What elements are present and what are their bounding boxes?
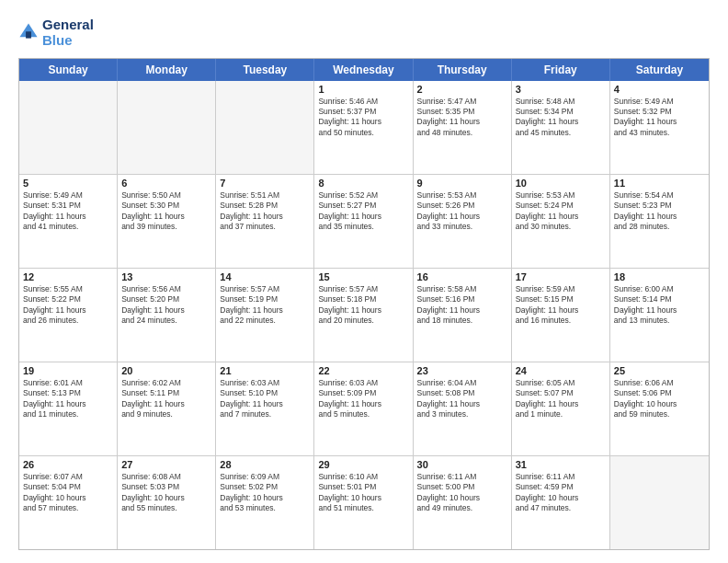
day-info: Sunrise: 6:10 AM Sunset: 5:01 PM Dayligh… [318, 472, 408, 514]
empty-cell [610, 456, 709, 549]
day-cell-29: 29Sunrise: 6:10 AM Sunset: 5:01 PM Dayli… [314, 456, 413, 549]
weekday-header-monday: Monday [118, 59, 216, 81]
day-number: 9 [417, 178, 507, 189]
day-cell-30: 30Sunrise: 6:11 AM Sunset: 5:00 PM Dayli… [414, 456, 512, 549]
day-cell-24: 24Sunrise: 6:05 AM Sunset: 5:07 PM Dayli… [512, 362, 610, 455]
day-cell-18: 18Sunrise: 6:00 AM Sunset: 5:14 PM Dayli… [610, 269, 709, 362]
day-number: 26 [23, 459, 113, 470]
day-number: 16 [417, 271, 507, 282]
day-info: Sunrise: 5:56 AM Sunset: 5:20 PM Dayligh… [121, 284, 211, 327]
day-number: 8 [318, 178, 408, 189]
svg-rect-1 [26, 32, 31, 39]
day-number: 2 [417, 84, 507, 95]
day-cell-28: 28Sunrise: 6:09 AM Sunset: 5:02 PM Dayli… [216, 456, 314, 549]
day-number: 22 [318, 365, 408, 376]
day-number: 15 [318, 271, 408, 282]
logo-text-line1: General [42, 17, 94, 32]
weekday-header-wednesday: Wednesday [314, 59, 413, 81]
day-cell-26: 26Sunrise: 6:07 AM Sunset: 5:04 PM Dayli… [19, 456, 118, 549]
day-cell-4: 4Sunrise: 5:49 AM Sunset: 5:32 PM Daylig… [610, 81, 709, 174]
day-number: 21 [220, 365, 310, 376]
day-info: Sunrise: 5:59 AM Sunset: 5:15 PM Dayligh… [516, 284, 606, 327]
day-info: Sunrise: 6:06 AM Sunset: 5:06 PM Dayligh… [614, 378, 705, 420]
day-info: Sunrise: 5:49 AM Sunset: 5:32 PM Dayligh… [614, 97, 705, 139]
day-info: Sunrise: 5:57 AM Sunset: 5:19 PM Dayligh… [220, 284, 310, 327]
day-info: Sunrise: 6:03 AM Sunset: 5:10 PM Dayligh… [220, 378, 310, 420]
day-number: 20 [121, 365, 211, 376]
day-cell-2: 2Sunrise: 5:47 AM Sunset: 5:35 PM Daylig… [414, 81, 512, 174]
day-number: 24 [516, 365, 606, 376]
calendar-row-1: 5Sunrise: 5:49 AM Sunset: 5:31 PM Daylig… [19, 174, 709, 268]
day-cell-27: 27Sunrise: 6:08 AM Sunset: 5:03 PM Dayli… [118, 456, 216, 549]
day-info: Sunrise: 6:02 AM Sunset: 5:11 PM Dayligh… [121, 378, 211, 420]
day-info: Sunrise: 5:58 AM Sunset: 5:16 PM Dayligh… [417, 284, 507, 327]
day-number: 23 [417, 365, 507, 376]
day-cell-6: 6Sunrise: 5:50 AM Sunset: 5:30 PM Daylig… [118, 175, 216, 268]
day-number: 1 [318, 84, 408, 95]
day-number: 3 [516, 84, 606, 95]
weekday-header-friday: Friday [512, 59, 610, 81]
day-info: Sunrise: 5:47 AM Sunset: 5:35 PM Dayligh… [417, 97, 507, 139]
day-number: 10 [516, 178, 606, 189]
day-number: 14 [220, 271, 310, 282]
day-cell-19: 19Sunrise: 6:01 AM Sunset: 5:13 PM Dayli… [19, 362, 118, 455]
day-cell-8: 8Sunrise: 5:52 AM Sunset: 5:27 PM Daylig… [314, 175, 413, 268]
day-cell-31: 31Sunrise: 6:11 AM Sunset: 4:59 PM Dayli… [512, 456, 610, 549]
day-number: 4 [614, 84, 705, 95]
day-cell-7: 7Sunrise: 5:51 AM Sunset: 5:28 PM Daylig… [216, 175, 314, 268]
day-cell-21: 21Sunrise: 6:03 AM Sunset: 5:10 PM Dayli… [216, 362, 314, 455]
day-info: Sunrise: 6:03 AM Sunset: 5:09 PM Dayligh… [318, 378, 408, 420]
day-number: 28 [220, 459, 310, 470]
day-info: Sunrise: 6:01 AM Sunset: 5:13 PM Dayligh… [23, 378, 113, 420]
day-number: 18 [614, 271, 705, 282]
day-cell-17: 17Sunrise: 5:59 AM Sunset: 5:15 PM Dayli… [512, 269, 610, 362]
day-cell-15: 15Sunrise: 5:57 AM Sunset: 5:18 PM Dayli… [314, 269, 413, 362]
day-number: 5 [23, 178, 113, 189]
day-info: Sunrise: 5:48 AM Sunset: 5:34 PM Dayligh… [516, 97, 606, 139]
calendar-grid: SundayMondayTuesdayWednesdayThursdayFrid… [18, 58, 710, 551]
day-info: Sunrise: 6:09 AM Sunset: 5:02 PM Dayligh… [220, 472, 310, 514]
day-cell-25: 25Sunrise: 6:06 AM Sunset: 5:06 PM Dayli… [610, 362, 709, 455]
day-cell-1: 1Sunrise: 5:46 AM Sunset: 5:37 PM Daylig… [314, 81, 413, 174]
day-info: Sunrise: 6:00 AM Sunset: 5:14 PM Dayligh… [614, 284, 705, 327]
day-info: Sunrise: 5:51 AM Sunset: 5:28 PM Dayligh… [220, 190, 310, 233]
day-cell-9: 9Sunrise: 5:53 AM Sunset: 5:26 PM Daylig… [414, 175, 512, 268]
day-info: Sunrise: 5:53 AM Sunset: 5:26 PM Dayligh… [417, 190, 507, 233]
day-number: 29 [318, 459, 408, 470]
calendar-row-2: 12Sunrise: 5:55 AM Sunset: 5:22 PM Dayli… [19, 268, 709, 362]
calendar-row-3: 19Sunrise: 6:01 AM Sunset: 5:13 PM Dayli… [19, 362, 709, 455]
calendar-header-row: SundayMondayTuesdayWednesdayThursdayFrid… [19, 59, 709, 81]
day-info: Sunrise: 5:57 AM Sunset: 5:18 PM Dayligh… [318, 284, 408, 327]
calendar-row-4: 26Sunrise: 6:07 AM Sunset: 5:04 PM Dayli… [19, 455, 709, 549]
day-info: Sunrise: 5:53 AM Sunset: 5:24 PM Dayligh… [516, 190, 606, 233]
day-number: 19 [23, 365, 113, 376]
day-info: Sunrise: 6:07 AM Sunset: 5:04 PM Dayligh… [23, 472, 113, 514]
day-cell-14: 14Sunrise: 5:57 AM Sunset: 5:19 PM Dayli… [216, 269, 314, 362]
empty-cell [216, 81, 314, 174]
day-info: Sunrise: 5:52 AM Sunset: 5:27 PM Dayligh… [318, 190, 408, 233]
day-info: Sunrise: 5:50 AM Sunset: 5:30 PM Dayligh… [121, 190, 211, 233]
day-info: Sunrise: 5:46 AM Sunset: 5:37 PM Dayligh… [318, 97, 408, 139]
calendar-page: General Blue SundayMondayTuesdayWednesda… [0, 0, 728, 563]
day-info: Sunrise: 5:55 AM Sunset: 5:22 PM Dayligh… [23, 284, 113, 327]
day-cell-3: 3Sunrise: 5:48 AM Sunset: 5:34 PM Daylig… [512, 81, 610, 174]
day-cell-12: 12Sunrise: 5:55 AM Sunset: 5:22 PM Dayli… [19, 269, 118, 362]
day-info: Sunrise: 6:08 AM Sunset: 5:03 PM Dayligh… [121, 472, 211, 514]
logo: General Blue [18, 17, 94, 49]
weekday-header-sunday: Sunday [19, 59, 118, 81]
day-info: Sunrise: 6:11 AM Sunset: 4:59 PM Dayligh… [516, 472, 606, 514]
page-header: General Blue [18, 17, 710, 49]
weekday-header-thursday: Thursday [414, 59, 512, 81]
day-info: Sunrise: 5:49 AM Sunset: 5:31 PM Dayligh… [23, 190, 113, 233]
day-number: 17 [516, 271, 606, 282]
calendar-row-0: 1Sunrise: 5:46 AM Sunset: 5:37 PM Daylig… [19, 81, 709, 174]
day-cell-11: 11Sunrise: 5:54 AM Sunset: 5:23 PM Dayli… [610, 175, 709, 268]
weekday-header-tuesday: Tuesday [216, 59, 314, 81]
day-cell-22: 22Sunrise: 6:03 AM Sunset: 5:09 PM Dayli… [314, 362, 413, 455]
day-cell-13: 13Sunrise: 5:56 AM Sunset: 5:20 PM Dayli… [118, 269, 216, 362]
empty-cell [118, 81, 216, 174]
day-cell-20: 20Sunrise: 6:02 AM Sunset: 5:11 PM Dayli… [118, 362, 216, 455]
day-info: Sunrise: 6:11 AM Sunset: 5:00 PM Dayligh… [417, 472, 507, 514]
logo-text-line2: Blue [42, 32, 94, 48]
day-number: 27 [121, 459, 211, 470]
